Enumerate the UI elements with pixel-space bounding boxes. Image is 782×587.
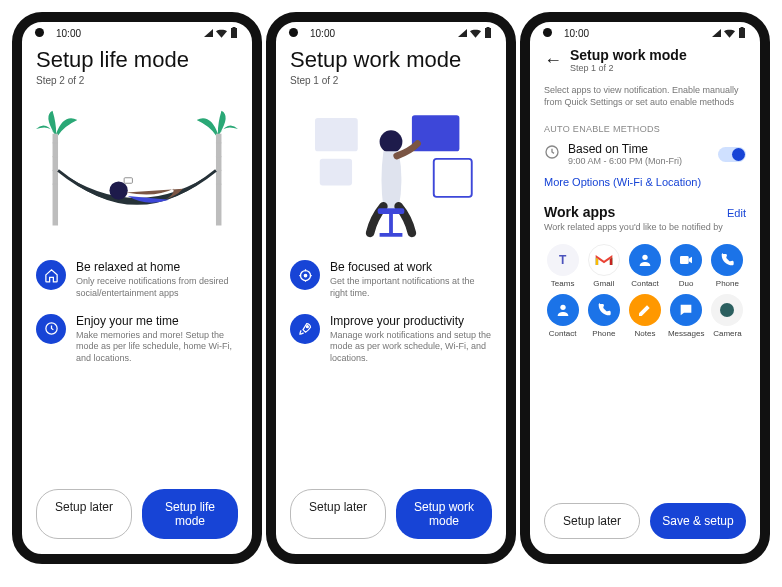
feature-title: Be focused at work — [330, 260, 492, 274]
messages-icon — [670, 294, 702, 326]
camera-cutout-icon — [35, 28, 44, 37]
back-arrow-icon[interactable]: ← — [544, 50, 562, 71]
camera-cutout-icon — [289, 28, 298, 37]
status-time: 10:00 — [56, 28, 81, 39]
app-duo[interactable]: Duo — [668, 244, 705, 288]
work-apps-title: Work apps — [544, 204, 615, 220]
svg-rect-0 — [231, 28, 237, 38]
svg-rect-28 — [739, 28, 745, 38]
svg-rect-15 — [485, 28, 491, 38]
setup-later-button[interactable]: Setup later — [36, 489, 132, 539]
method-title: Based on Time — [568, 142, 710, 156]
feature-desc: Make memories and more! Setup the mode a… — [76, 330, 238, 365]
svg-rect-22 — [378, 209, 405, 215]
contact-icon — [547, 294, 579, 326]
app-label: Contact — [631, 279, 659, 288]
section-label-auto-enable: AUTO ENABLE METHODS — [544, 124, 746, 134]
svg-rect-17 — [315, 118, 358, 151]
clock-icon — [544, 144, 560, 164]
app-label: Messages — [668, 329, 704, 338]
svg-rect-32 — [680, 256, 689, 264]
svg-rect-3 — [216, 134, 222, 226]
feature-desc: Manage work notifications and setup the … — [330, 330, 492, 365]
feature-title: Be relaxed at home — [76, 260, 238, 274]
method-based-on-time[interactable]: Based on Time 9:00 AM - 6:00 PM (Mon-Fri… — [544, 142, 746, 166]
phone-screen-work-mode-config: 10:00 ← Setup work mode Step 1 of 2 Sele… — [520, 12, 770, 564]
feature-row: Be focused at work Get the important not… — [290, 260, 492, 299]
feature-row: Improve your productivity Manage work no… — [290, 314, 492, 365]
svg-rect-29 — [741, 27, 744, 28]
feature-row: Enjoy your me time Make memories and mor… — [36, 314, 238, 365]
battery-icon — [230, 27, 238, 39]
status-time: 10:00 — [564, 28, 589, 39]
app-phone[interactable]: Phone — [709, 244, 746, 288]
hero-illustration-hammock — [36, 100, 238, 250]
cell-signal-icon — [458, 29, 467, 37]
teams-icon: T — [547, 244, 579, 276]
app-gmail[interactable]: Gmail — [585, 244, 622, 288]
svg-rect-1 — [233, 27, 236, 28]
app-label: Teams — [551, 279, 575, 288]
phone-screen-life-mode: 10:00 Setup life mode Step 2 of 2 — [12, 12, 262, 564]
status-bar: 10:00 — [22, 22, 252, 41]
app-messages[interactable]: Messages — [668, 294, 705, 338]
save-and-setup-button[interactable]: Save & setup — [650, 503, 746, 539]
feature-title: Improve your productivity — [330, 314, 492, 328]
phone-screen-work-mode-intro: 10:00 Setup work mode Step 1 of 2 — [266, 12, 516, 564]
app-label: Camera — [713, 329, 741, 338]
home-icon — [36, 260, 66, 290]
svg-rect-16 — [487, 27, 490, 28]
step-label: Step 2 of 2 — [36, 75, 238, 86]
edit-work-apps-link[interactable]: Edit — [727, 207, 746, 219]
svg-rect-2 — [53, 134, 59, 226]
notes-icon — [629, 294, 661, 326]
step-label: Step 1 of 2 — [290, 75, 492, 86]
feature-desc: Get the important notifications at the r… — [330, 276, 492, 299]
svg-point-33 — [560, 305, 565, 310]
svg-rect-13 — [124, 178, 132, 184]
more-options-link[interactable]: More Options (Wi-Fi & Location) — [544, 176, 746, 188]
app-notes[interactable]: Notes — [626, 294, 663, 338]
svg-point-26 — [304, 274, 307, 277]
svg-point-12 — [109, 182, 127, 200]
status-bar: 10:00 — [530, 22, 760, 41]
wifi-icon — [724, 29, 735, 38]
app-contact[interactable]: Contact — [544, 294, 581, 338]
feature-title: Enjoy your me time — [76, 314, 238, 328]
app-label: Gmail — [593, 279, 614, 288]
camera-cutout-icon — [543, 28, 552, 37]
app-contact[interactable]: Contact — [626, 244, 663, 288]
setup-work-mode-button[interactable]: Setup work mode — [396, 489, 492, 539]
gmail-icon — [588, 244, 620, 276]
cell-signal-icon — [712, 29, 721, 37]
intro-text: Select apps to view notification. Enable… — [544, 85, 746, 108]
rocket-icon — [290, 314, 320, 344]
status-bar: 10:00 — [276, 22, 506, 41]
camera-icon — [711, 294, 743, 326]
method-subtitle: 9:00 AM - 6:00 PM (Mon-Fri) — [568, 156, 710, 166]
contact-icon — [629, 244, 661, 276]
setup-later-button[interactable]: Setup later — [544, 503, 640, 539]
time-toggle[interactable] — [718, 147, 746, 162]
app-camera[interactable]: Camera — [709, 294, 746, 338]
app-label: Phone — [716, 279, 739, 288]
phone-icon — [711, 244, 743, 276]
feature-desc: Only receive notifications from desired … — [76, 276, 238, 299]
status-time: 10:00 — [310, 28, 335, 39]
svg-point-27 — [306, 326, 308, 328]
svg-point-21 — [380, 131, 403, 154]
setup-later-button[interactable]: Setup later — [290, 489, 386, 539]
app-teams[interactable]: TTeams — [544, 244, 581, 288]
app-label: Notes — [635, 329, 656, 338]
setup-life-mode-button[interactable]: Setup life mode — [142, 489, 238, 539]
battery-icon — [484, 27, 492, 39]
page-title: Setup work mode — [290, 47, 492, 73]
app-phone[interactable]: Phone — [585, 294, 622, 338]
app-label: Phone — [592, 329, 615, 338]
step-label: Step 1 of 2 — [570, 63, 687, 73]
hero-illustration-desk — [290, 100, 492, 250]
work-apps-subtitle: Work related apps you'd like to be notif… — [544, 222, 746, 232]
wifi-icon — [216, 29, 227, 38]
page-title: Setup life mode — [36, 47, 238, 73]
cell-signal-icon — [204, 29, 213, 37]
